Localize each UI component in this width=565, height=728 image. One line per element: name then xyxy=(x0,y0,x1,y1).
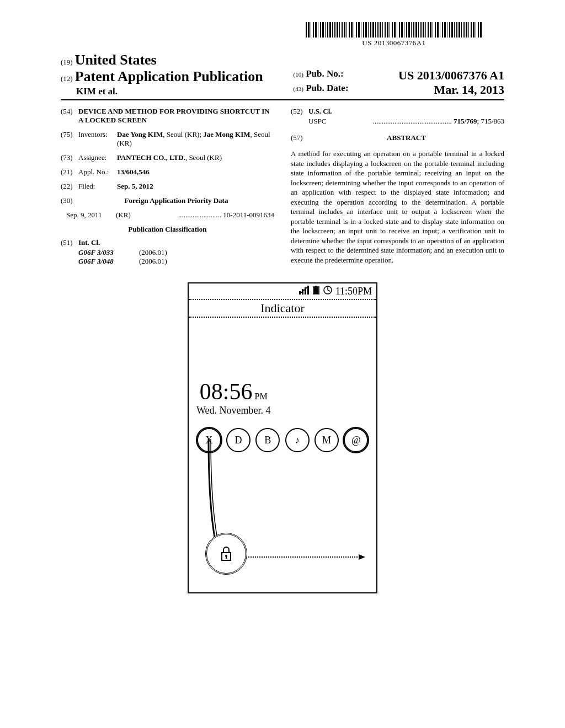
pub-no-label: Pub. No.: xyxy=(306,68,343,79)
pub-no: US 2013/0067376 A1 xyxy=(398,68,504,83)
foreign-heading: Foreign Application Priority Data xyxy=(78,196,274,205)
foreign-date: Sep. 9, 2011 xyxy=(66,211,116,220)
svg-line-10 xyxy=(328,290,330,291)
clock-widget: 08:56 PM Wed. November. 4 xyxy=(196,378,271,416)
foreign-no: ........................ 10-2011-0091634 xyxy=(143,211,274,220)
clock-icon xyxy=(323,286,332,297)
status-time: 11:50PM xyxy=(335,286,372,297)
barcode-text: US 20130067376A1 xyxy=(306,39,482,47)
code-12: (12) xyxy=(61,74,73,83)
intcl-row: (51) Int. Cl. xyxy=(61,238,274,247)
code-10: (10) xyxy=(294,71,303,78)
biblio-right-column: (52) U.S. Cl. USPC .....................… xyxy=(291,107,504,271)
shortcut-m[interactable]: M xyxy=(315,428,339,452)
assignee-row: (73) Assignee: PANTECH CO., LTD., Seoul … xyxy=(61,153,274,162)
shortcut-at[interactable]: @ xyxy=(344,428,368,452)
uscl-code: (52) xyxy=(291,107,308,116)
header-left: (19) United States (12) Patent Applicati… xyxy=(61,52,282,97)
patent-page: US 20130067376A1 (19) United States (12)… xyxy=(0,0,565,615)
assignee-label: Assignee: xyxy=(78,153,117,162)
abstract-text: A method for executing an operation on a… xyxy=(291,149,504,265)
lock-slider[interactable] xyxy=(205,533,247,575)
lockscreen-body: 08:56 PM Wed. November. 4 X D B ♪ M @ xyxy=(189,318,376,591)
filed-code: (22) xyxy=(61,182,78,191)
invention-title: DEVICE AND METHOD FOR PROVIDING SHORTCUT… xyxy=(78,107,274,125)
country: United States xyxy=(75,52,157,68)
assignee-code: (73) xyxy=(61,153,78,162)
foreign-data-row: Sep. 9, 2011 (KR) ......................… xyxy=(61,211,274,220)
applno-code: (21) xyxy=(61,168,78,176)
uscl-label: U.S. Cl. xyxy=(308,107,504,116)
applno-label: Appl. No.: xyxy=(78,168,117,176)
abstract-heading: ABSTRACT xyxy=(308,133,504,142)
applno-value: 13/604,546 xyxy=(117,168,274,176)
shortcut-d[interactable]: D xyxy=(226,428,250,452)
intcl-1: G06F 3/033 xyxy=(78,248,139,257)
intcl-label: Int. Cl. xyxy=(78,238,274,247)
clock-time: 08:56 xyxy=(200,379,253,404)
abstract-heading-row: (57) ABSTRACT xyxy=(291,133,504,147)
uscl-values: ........................................… xyxy=(327,117,504,126)
shortcut-b[interactable]: B xyxy=(255,428,280,452)
biblio-left-column: (54) DEVICE AND METHOD FOR PROVIDING SHO… xyxy=(61,107,274,271)
document-header: (19) United States (12) Patent Applicati… xyxy=(61,52,504,100)
foreign-priority-row: (30) Foreign Application Priority Data xyxy=(61,196,274,205)
uscl-row: (52) U.S. Cl. xyxy=(291,107,504,116)
phone-mockup: 11:50PM Indicator 08:56 PM Wed. November… xyxy=(188,282,377,593)
clock-date: Wed. November. 4 xyxy=(196,405,271,416)
title-row: (54) DEVICE AND METHOD FOR PROVIDING SHO… xyxy=(61,107,274,125)
uscl-prefix: USPC xyxy=(308,117,327,126)
pubclass-heading: Publication Classification xyxy=(61,225,274,234)
foreign-country: (KR) xyxy=(116,211,143,220)
inventors-label: Inventors: xyxy=(78,130,117,148)
intcl-2: G06F 3/048 xyxy=(78,257,139,266)
foreign-code: (30) xyxy=(61,196,78,205)
barcode-area: US 20130067376A1 xyxy=(61,22,504,47)
svg-rect-7 xyxy=(314,287,318,294)
intcl-2-row: G06F 3/048 (2006.01) xyxy=(61,257,274,266)
indicator-bar: Indicator xyxy=(189,300,376,318)
intcl-code: (51) xyxy=(61,238,78,247)
figure-container: 11:50PM Indicator 08:56 PM Wed. November… xyxy=(61,282,504,593)
uscl-values-row: USPC ...................................… xyxy=(291,117,504,126)
battery-icon xyxy=(312,286,320,297)
clock-ampm: PM xyxy=(255,392,268,401)
filed-label: Filed: xyxy=(78,182,117,191)
applno-row: (21) Appl. No.: 13/604,546 xyxy=(61,168,274,176)
title-code: (54) xyxy=(61,107,78,125)
inventors-code: (75) xyxy=(61,130,78,148)
filed-value: Sep. 5, 2012 xyxy=(117,182,274,191)
code-19: (19) xyxy=(61,58,73,66)
pub-date: Mar. 14, 2013 xyxy=(434,83,504,97)
abstract-code: (57) xyxy=(291,133,308,147)
lock-icon xyxy=(220,546,233,561)
publication-type: Patent Application Publication xyxy=(75,68,263,84)
pub-date-label: Pub. Date: xyxy=(306,83,348,93)
bibliographic-data: (54) DEVICE AND METHOD FOR PROVIDING SHO… xyxy=(61,107,504,271)
shortcut-music[interactable]: ♪ xyxy=(285,428,310,452)
slide-arrow xyxy=(244,557,365,558)
header-right: (10) Pub. No.: US 2013/0067376 A1 (43) P… xyxy=(282,68,504,97)
filed-row: (22) Filed: Sep. 5, 2012 xyxy=(61,182,274,191)
svg-rect-6 xyxy=(315,286,317,287)
inventors-value: Dae Yong KIM, Seoul (KR); Jae Mong KIM, … xyxy=(117,130,274,148)
intcl-1-year: (2006.01) xyxy=(139,248,167,257)
assignee-value: PANTECH CO., LTD., Seoul (KR) xyxy=(117,153,274,162)
code-43: (43) xyxy=(294,85,303,92)
signal-icon xyxy=(299,286,309,297)
barcode: US 20130067376A1 xyxy=(306,22,482,47)
intcl-2-year: (2006.01) xyxy=(139,257,167,266)
inventors-row: (75) Inventors: Dae Yong KIM, Seoul (KR)… xyxy=(61,130,274,148)
barcode-lines xyxy=(306,22,482,38)
authors-header: KIM et al. xyxy=(61,86,282,97)
status-bar: 11:50PM xyxy=(189,283,376,300)
intcl-1-row: G06F 3/033 (2006.01) xyxy=(61,248,274,257)
